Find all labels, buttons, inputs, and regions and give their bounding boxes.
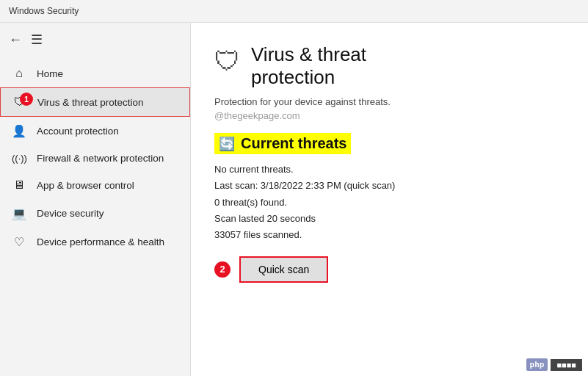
page-header: 🛡 Virus & threatprotection (214, 43, 565, 89)
sidebar-item-firewall[interactable]: ((·)) Firewall & network protection (0, 145, 190, 171)
sidebar-nav: ⌂ Home 🛡 Virus & threat protection 1 👤 A… (0, 59, 190, 376)
menu-button[interactable]: ☰ (31, 32, 43, 48)
no-threats-text: No current threats. (214, 162, 565, 178)
title-bar: Windows Security (0, 0, 588, 23)
sidebar-item-device-security[interactable]: 💻 Device security (0, 199, 190, 228)
php-badge: php (526, 358, 548, 371)
sidebar-item-performance[interactable]: ♡ Device performance & health (0, 228, 190, 256)
quick-scan-area: 2 Quick scan (214, 256, 565, 283)
badge-2: 2 (214, 261, 231, 278)
sidebar-item-label: Account protection (37, 126, 119, 137)
sidebar-item-app[interactable]: 🖥 App & browser control (0, 171, 190, 199)
current-threats-header: 🔄 Current threats (214, 133, 351, 154)
php-badge-area: php ■■■■ (526, 358, 582, 371)
sidebar-item-home[interactable]: ⌂ Home (0, 59, 190, 87)
device-security-icon: 💻 (12, 206, 26, 220)
performance-icon: ♡ (12, 235, 26, 249)
sidebar-item-label: Home (37, 68, 63, 79)
threat-info-block: No current threats. Last scan: 3/18/2022… (214, 162, 565, 242)
page-title: Virus & threatprotection (251, 43, 366, 89)
section-title: Current threats (241, 135, 346, 152)
last-scan-text: Last scan: 3/18/2022 2:33 PM (quick scan… (214, 178, 565, 194)
sidebar-item-label: Virus & threat protection (37, 97, 144, 108)
scan-duration-text: Scan lasted 20 seconds (214, 211, 565, 227)
sidebar-top-controls: ← ☰ (0, 26, 190, 54)
sidebar-item-label: Device security (37, 208, 104, 219)
page-subtitle: Protection for your device against threa… (214, 96, 565, 107)
app-icon: 🖥 (12, 178, 26, 192)
threats-icon: 🔄 (219, 136, 235, 152)
php-extra: ■■■■ (551, 359, 582, 371)
home-icon: ⌂ (12, 67, 26, 80)
threats-found-text: 0 threat(s) found. (214, 195, 565, 211)
app-title: Windows Security (9, 6, 79, 16)
firewall-icon: ((·)) (12, 153, 26, 164)
watermark-text: @thegeekpage.com (214, 110, 565, 121)
sidebar-item-virus[interactable]: 🛡 Virus & threat protection 1 (0, 87, 190, 117)
page-shield-icon: 🛡 (214, 46, 241, 77)
sidebar-item-label: Device performance & health (37, 236, 164, 247)
account-icon: 👤 (12, 124, 26, 138)
sidebar-item-label: Firewall & network protection (37, 153, 164, 164)
page-title-block: Virus & threatprotection (251, 43, 366, 89)
sidebar-item-label: App & browser control (37, 180, 134, 191)
files-scanned-text: 33057 files scanned. (214, 227, 565, 243)
sidebar-item-account[interactable]: 👤 Account protection (0, 117, 190, 145)
main-content: 🛡 Virus & threatprotection Protection fo… (191, 23, 588, 376)
quick-scan-button[interactable]: Quick scan (239, 256, 328, 283)
back-button[interactable]: ← (9, 32, 22, 48)
sidebar: ← ☰ ⌂ Home 🛡 Virus & threat protection 1… (0, 23, 191, 376)
badge-1: 1 (20, 93, 33, 106)
